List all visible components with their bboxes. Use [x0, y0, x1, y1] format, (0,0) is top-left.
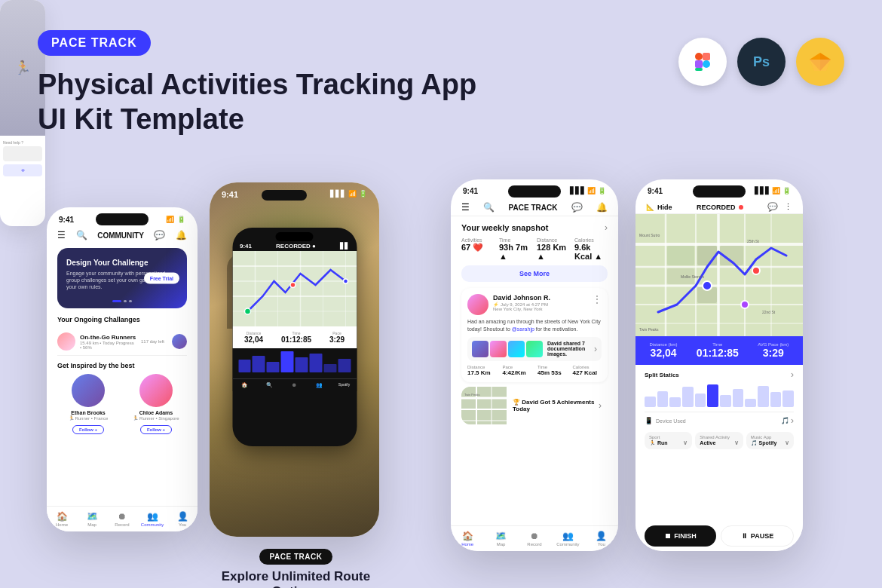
post-card: David Johnson R. ⚡ July 9, 2024 at 4:27 … [461, 288, 608, 382]
p3-navbar: ☰ 🔍 PACE TRACK 💬 🔔 [451, 199, 618, 216]
search-p3[interactable]: 🔍 [483, 202, 495, 213]
status-time-p4: 9:41 [648, 187, 663, 195]
stat-time: Time 93h 7m ▲ [499, 237, 532, 261]
p4-action-icons: 💬 ⋮ [767, 202, 792, 212]
nav-home-p3[interactable]: 🏠Home [451, 531, 484, 547]
nav-you-p3[interactable]: 👤You [585, 531, 618, 547]
p4-map: Mount Sutro 25th St Mollie Stone's 22nd … [635, 214, 803, 336]
svg-point-4 [703, 60, 710, 68]
post-meta: ⚡ July 9, 2024 at 4:27 PM [493, 302, 588, 307]
device-action[interactable]: 🎵 › [781, 415, 794, 426]
device-label: 📱 Device Used [645, 417, 686, 424]
nav-record-p3[interactable]: ⏺Record [518, 531, 551, 547]
status-icons-p3: ▋▋▋ 📶 🔋 [570, 187, 606, 194]
bell-icon-p1[interactable]: 🔔 [176, 230, 187, 240]
post-body: Had an amazing run through the streets o… [467, 318, 602, 333]
photoshop-icon: Ps [737, 38, 786, 86]
nav-community-p3[interactable]: 👥Community [551, 531, 584, 547]
search-icon-p1[interactable]: 🔍 [76, 230, 87, 240]
sport-row: Sport 🏃 Run ∨ Shared Activity Active ∨ M… [645, 429, 794, 452]
chat-p3[interactable]: 💬 [571, 202, 583, 213]
svg-text:Twin Peaks: Twin Peaks [639, 327, 659, 332]
chat-icon-p1[interactable]: 💬 [154, 230, 165, 240]
shared-item: Shared Activity Active ∨ [695, 432, 743, 449]
more-icon-post[interactable]: ⋮ [593, 294, 602, 305]
status-time-p3: 9:41 [463, 187, 478, 195]
svg-marker-8 [810, 60, 831, 71]
inner-bottom-nav: 🏠 🔍 ⏺ 👥 Spotify [232, 378, 357, 391]
nav-map[interactable]: 🗺️Map [77, 511, 107, 527]
svg-rect-0 [695, 53, 703, 60]
hamburger-p3[interactable]: ☰ [461, 202, 470, 213]
status-time-p2: 9:41 [222, 190, 238, 201]
svg-text:22nd St: 22nd St [762, 310, 776, 314]
chat-icon-p4[interactable]: 💬 [767, 202, 778, 212]
finish-btn[interactable]: ⏹ FINISH [645, 525, 716, 547]
post-stats: Distance 17.5 Km Pace 4:42/Km Time 45m 5… [467, 365, 602, 376]
follow-btn-1[interactable]: Follow + [72, 425, 104, 434]
nav-home[interactable]: 🏠Home [47, 511, 77, 527]
svg-point-46 [741, 301, 749, 308]
svg-point-20 [343, 279, 348, 283]
svg-rect-2 [695, 60, 703, 68]
bell-p3[interactable]: 🔔 [596, 202, 608, 213]
phone-running: 9:41 ▋▋▋📶🔋 9:41 RECORDED ● ▋▋ [210, 182, 379, 537]
runner-1-avatar [72, 374, 105, 407]
free-trial-btn[interactable]: Free Trial [144, 273, 179, 284]
chevron-split: › [791, 369, 794, 380]
svg-point-19 [290, 283, 296, 288]
stat-activities: Activities 67 ❤️ [461, 237, 495, 261]
stat-calories: Calories 9.6k Kcal ▲ [574, 237, 608, 261]
nav-map-p3[interactable]: 🗺️Map [484, 531, 517, 547]
runner-2-name: Chloe Adams [125, 410, 187, 415]
status-time-p1: 9:41 [59, 216, 74, 224]
action-buttons: ⏹ FINISH ⏸ PAUSE [635, 521, 803, 551]
svg-point-45 [752, 267, 760, 274]
see-more-btn[interactable]: See More [461, 265, 608, 282]
inner-charts [232, 348, 357, 378]
post-avatar [467, 294, 488, 315]
achievement-text: 🏆 David Got 5 Achievments Today [513, 399, 599, 412]
phone2-label-area: PACE TRACK Explore Unlimited Route Optio… [215, 549, 377, 588]
chevron-achievement: › [599, 400, 602, 411]
more-icon-p4[interactable]: ⋮ [784, 202, 792, 212]
post-calories: Calories 427 Kcal [573, 365, 602, 376]
inner-status-time: 9:41 [240, 243, 252, 250]
shared-images: David shared 7 documentation images. › [467, 337, 602, 361]
pace-track-badge: PACE TRACK [259, 549, 333, 565]
menu-icon[interactable]: ☰ [57, 230, 66, 240]
p1-nav-title: COMMUNITY [97, 231, 144, 240]
headline-line2: UI Kit Template [38, 103, 476, 137]
runner-1-type: 🏃 Runner • France [57, 415, 119, 421]
bottom-nav-p3: 🏠Home 🗺️Map ⏺Record 👥Community 👤You [451, 525, 618, 551]
nav-community[interactable]: 👥Community [137, 511, 167, 527]
phone-community: 9:41 📶🔋 ☰ 🔍 COMMUNITY 💬 🔔 Design Your Ch… [47, 207, 198, 531]
challenge-info: On-the-Go Runners 15.49 km • Today Progr… [80, 334, 136, 350]
logo-badge: PACE TRACK [38, 30, 151, 56]
runner-1: Ethan Brooks 🏃 Runner • France Follow + [57, 374, 119, 434]
hide-btn[interactable]: 📐 Hide [646, 204, 672, 211]
rec-distance: Distance (km) 32,04 [650, 342, 678, 359]
app-name-p3: PACE TRACK [509, 204, 558, 212]
inner-metrics: Distance 32,04 Time 01:12:85 Pace 3:29 [232, 326, 357, 348]
follow-btn-2[interactable]: Follow + [140, 425, 172, 434]
status-icons-p2: ▋▋▋📶🔋 [330, 190, 367, 201]
recorded-label: RECORDED [697, 204, 743, 211]
ongoing-title: Your Ongoing Challanges [57, 316, 187, 323]
nav-record[interactable]: ⏺Record [107, 511, 137, 527]
post-info: David Johnson R. ⚡ July 9, 2024 at 4:27 … [493, 294, 588, 311]
runners-list: Ethan Brooks 🏃 Runner • France Follow + … [57, 374, 187, 434]
split-title: Split Statics [645, 372, 679, 378]
split-section: Split Statics › 📱 Device Used 🎵 [635, 365, 803, 457]
inner-time: 01:12:85 [281, 335, 311, 344]
chevron-right: › [605, 222, 608, 233]
weekly-title: Your weekly snapshot [461, 223, 548, 232]
weekly-header: Your weekly snapshot › [461, 222, 608, 233]
achievement-content: 🏆 David Got 5 Achievments Today › [507, 387, 608, 424]
challenge-name: On-the-Go Runners [80, 334, 136, 341]
pause-btn[interactable]: ⏸ PAUSE [721, 525, 794, 547]
rec-time: Time 01:12:85 [697, 342, 739, 359]
finish-icon: ⏹ [664, 532, 671, 540]
challenge-avatar [57, 332, 75, 351]
nav-you[interactable]: 👤You [167, 511, 198, 527]
